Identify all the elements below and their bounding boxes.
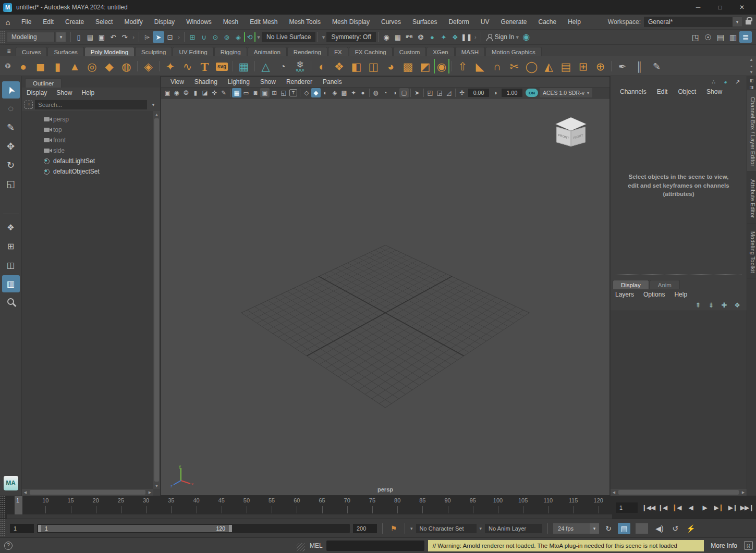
resolution-gate-icon[interactable]: ◙ bbox=[251, 88, 260, 97]
shelf-scroll[interactable]: ▲ ● ▼ bbox=[748, 56, 755, 76]
view-cube-front-face[interactable]: FRONT bbox=[556, 127, 571, 146]
outliner-menu-item[interactable]: Show bbox=[52, 88, 77, 98]
sculpt-transfer-icon[interactable]: ◕ bbox=[382, 57, 399, 75]
wireframe-mode-icon[interactable]: ◇ bbox=[302, 88, 311, 97]
playback-loop-icon[interactable]: ↻ bbox=[602, 523, 615, 534]
shelf-gear-icon[interactable]: ❂ bbox=[1, 62, 15, 70]
shelf-tab[interactable]: MASH bbox=[455, 47, 485, 56]
select-camera-icon[interactable]: ▣ bbox=[163, 88, 172, 97]
scrollbar-thumb[interactable] bbox=[618, 490, 739, 495]
dock-icon[interactable]: ◨ bbox=[750, 85, 754, 90]
isolate-select-icon[interactable]: ➤ bbox=[412, 88, 422, 97]
viewport-menu-item[interactable]: Show bbox=[255, 77, 281, 87]
menu-item[interactable]: Help bbox=[562, 15, 587, 29]
combine-icon[interactable]: ❖ bbox=[331, 57, 348, 75]
panel-divider[interactable] bbox=[616, 274, 741, 275]
select-by-component-icon[interactable]: ⊡ bbox=[164, 31, 176, 43]
xray-joints-icon[interactable]: ◲ bbox=[435, 88, 444, 97]
circularize-icon[interactable]: ◯ bbox=[523, 57, 540, 75]
layer-editor-menu-item[interactable]: Layers bbox=[611, 289, 639, 299]
move-tool[interactable]: ✥ bbox=[2, 138, 20, 155]
shelf-tab[interactable]: Curves bbox=[16, 47, 47, 56]
scroll-up-icon[interactable]: ▲ bbox=[155, 111, 158, 117]
hud-toggle-icon[interactable]: T bbox=[289, 89, 297, 96]
motion-blur-toggle-icon[interactable]: ◔ bbox=[381, 88, 390, 97]
move-layer-down-icon[interactable]: ⇟ bbox=[707, 301, 715, 309]
current-frame-marker[interactable]: 1 bbox=[15, 496, 22, 514]
extrude-icon[interactable]: ⇧ bbox=[454, 57, 471, 75]
default-material-icon[interactable]: ◈ bbox=[330, 88, 339, 97]
resize-grip[interactable] bbox=[16, 538, 306, 553]
contrast-icon[interactable]: ◑ bbox=[491, 88, 500, 97]
shadows-toggle-icon[interactable]: ● bbox=[358, 88, 368, 97]
edge-flow-icon[interactable]: ◭ bbox=[540, 57, 557, 75]
shelf-tab[interactable]: Custom bbox=[393, 47, 426, 56]
collapse-arrow[interactable]: › bbox=[176, 31, 182, 43]
menu-item[interactable]: Windows bbox=[180, 15, 217, 29]
chevron-down-icon[interactable]: ▾ bbox=[149, 102, 157, 107]
poly-cylinder-icon[interactable]: ▮ bbox=[49, 57, 66, 75]
field-chart-icon[interactable]: ⊞ bbox=[270, 88, 279, 97]
shelf-tab[interactable]: FX bbox=[328, 47, 348, 56]
depth-peel-icon[interactable]: ▢ bbox=[399, 88, 409, 97]
chevron-down-icon[interactable]: ▾ bbox=[514, 31, 520, 43]
home-icon[interactable]: ⌂ bbox=[0, 18, 16, 27]
menu-item[interactable]: Create bbox=[59, 15, 90, 29]
redo-icon[interactable]: ↷ bbox=[119, 31, 130, 43]
outliner-menu-item[interactable]: Display bbox=[22, 88, 52, 98]
outliner-menu-item[interactable]: Help bbox=[77, 88, 99, 98]
pause-viewport-icon[interactable]: ❚❚ bbox=[461, 31, 472, 43]
xgen-icon[interactable]: ◉ bbox=[520, 31, 532, 43]
snap-to-view-plane-icon[interactable]: ⊚ bbox=[221, 31, 233, 43]
playblast-icon[interactable]: ▤ bbox=[618, 523, 630, 534]
side-tab-modeling-toolkit[interactable]: Modeling Toolkit bbox=[747, 224, 756, 279]
layer-editor-tab[interactable]: Anim bbox=[650, 280, 680, 289]
checker-texture-icon[interactable]: ▩ bbox=[339, 88, 349, 97]
poly-cone-icon[interactable]: ▲ bbox=[66, 57, 83, 75]
chevron-down-icon[interactable]: ▾ bbox=[320, 31, 326, 43]
region-icon[interactable]: ◿ bbox=[444, 88, 454, 97]
exposure-field[interactable]: 0.00 bbox=[468, 89, 489, 97]
outliner-item-front[interactable]: front bbox=[22, 135, 160, 145]
scrollbar-thumb[interactable] bbox=[30, 490, 145, 495]
save-scene-icon[interactable]: ▣ bbox=[96, 31, 107, 43]
shelf-tab[interactable]: Rigging bbox=[214, 47, 247, 56]
scroll-left-icon[interactable]: ◀ bbox=[611, 490, 617, 495]
modeling-toolkit-window-icon[interactable]: ▦ bbox=[235, 57, 252, 75]
layer-editor-tab[interactable]: Display bbox=[613, 280, 649, 289]
step-back-frame-button[interactable]: ❙◀ bbox=[655, 500, 669, 515]
close-button[interactable]: ✕ bbox=[731, 1, 753, 14]
symmetry-field[interactable]: Symmetry: Off bbox=[326, 32, 375, 42]
xray-icon[interactable]: ◰ bbox=[425, 88, 435, 97]
drag-grip[interactable] bbox=[0, 519, 6, 537]
poly-plane-icon[interactable]: ◆ bbox=[101, 57, 118, 75]
safe-action-icon[interactable]: ◱ bbox=[279, 88, 288, 97]
shelf-tab[interactable]: Sculpting bbox=[135, 47, 172, 56]
script-editor-icon[interactable]: {;} bbox=[744, 541, 753, 550]
channel-graph-icon[interactable]: ↗ bbox=[734, 78, 741, 86]
gamma-field[interactable]: 1.00 bbox=[502, 89, 522, 97]
layer-horizontal-scrollbar[interactable]: ◀ ▶ bbox=[611, 489, 747, 496]
side-tab-attribute-editor[interactable]: Attribute Editor bbox=[747, 172, 756, 224]
timeline-ruler[interactable]: 5101520253035404550556065707580859095100… bbox=[7, 496, 612, 519]
viewport-menu-item[interactable]: View bbox=[165, 77, 189, 87]
play-backwards-button[interactable]: ◀ bbox=[684, 500, 698, 515]
bevel-icon[interactable]: ◣ bbox=[471, 57, 489, 75]
view-cube[interactable]: FRONT RIGHT bbox=[556, 114, 594, 152]
chevron-down-icon[interactable]: ▾ bbox=[255, 31, 262, 43]
maximize-button[interactable]: □ bbox=[709, 1, 731, 14]
viewport-menu-item[interactable]: Lighting bbox=[223, 77, 255, 87]
pan-zoom-icon[interactable]: ✜ bbox=[210, 88, 219, 97]
channel-box-menu-item[interactable]: Edit bbox=[652, 86, 673, 97]
freeze-transformations-icon[interactable]: ❄0,0,0 bbox=[291, 57, 309, 75]
grid-toggle-icon[interactable]: ▦ bbox=[232, 88, 241, 97]
two-pane-layout-button[interactable]: ◫ bbox=[2, 256, 20, 274]
outliner-item-defaultLightSet[interactable]: defaultLightSet bbox=[22, 156, 160, 166]
select-by-hierarchy-icon[interactable]: ⌲ bbox=[141, 31, 153, 43]
color-management-toggle[interactable]: ON bbox=[526, 89, 538, 97]
snap-to-curve-icon[interactable]: ∪ bbox=[198, 31, 210, 43]
layer-editor-menu-item[interactable]: Help bbox=[669, 289, 692, 299]
outliner-item-persp[interactable]: persp bbox=[22, 114, 160, 125]
outliner-search-input[interactable] bbox=[35, 100, 147, 109]
scroll-down-icon[interactable]: ▼ bbox=[155, 483, 158, 489]
